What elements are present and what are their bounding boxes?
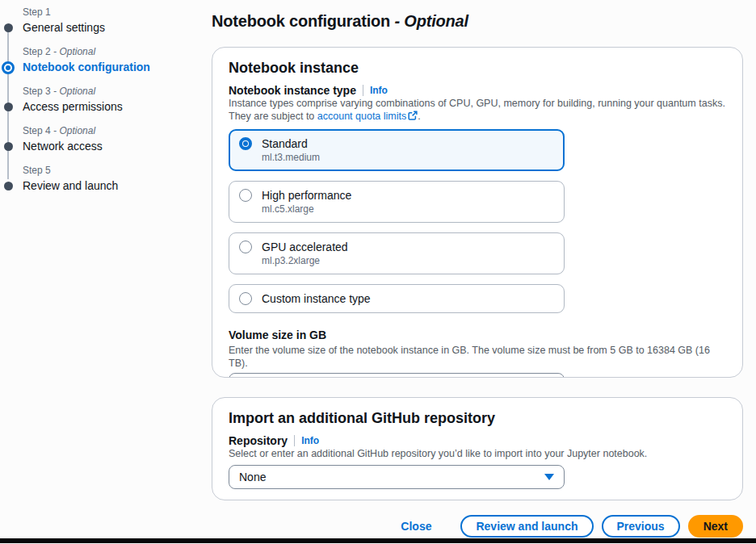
repository-description: Select or enter an additional GitHub rep… <box>229 447 726 460</box>
tile-sublabel: ml.p3.2xlarge <box>262 254 348 267</box>
notebook-instance-card: Notebook instance Notebook instance type… <box>212 47 743 378</box>
wizard-footer-actions: Close Review and launch Previous Next <box>212 515 743 538</box>
caret-down-icon <box>544 474 554 480</box>
step-number: Step 2 - Optional <box>23 46 212 58</box>
review-and-launch-button[interactable]: Review and launch <box>460 515 593 538</box>
radio-unselected-icon[interactable] <box>239 241 252 253</box>
tile-sublabel: ml.t3.medium <box>262 151 320 164</box>
radio-unselected-icon[interactable] <box>239 292 252 305</box>
volume-size-label: Volume size in GB <box>229 328 726 342</box>
instance-tile-standard[interactable]: Standard ml.t3.medium <box>229 129 565 171</box>
sidebar-step-general-settings[interactable]: Step 1 General settings <box>0 6 212 36</box>
tile-label: High performance <box>262 188 351 203</box>
instance-type-label-row: Notebook instance type Info <box>229 83 726 97</box>
step-number: Step 3 - Optional <box>23 86 212 98</box>
page-title: Notebook configuration - Optional <box>212 11 743 31</box>
step-label: Notebook configuration <box>23 59 212 75</box>
sidebar-step-network-access[interactable]: Step 4 - Optional Network access <box>0 125 212 154</box>
step-dot-icon <box>4 182 13 190</box>
repository-info-link[interactable]: Info <box>301 435 319 446</box>
step-number: Step 1 <box>23 6 212 19</box>
sidebar-step-review-and-launch[interactable]: Step 5 Review and launch <box>0 165 212 194</box>
instance-type-label: Notebook instance type <box>229 84 356 97</box>
github-repository-card: Import an additional GitHub repository R… <box>212 397 743 500</box>
repository-label-row: Repository Info <box>229 433 726 447</box>
repository-select[interactable]: None <box>229 465 565 489</box>
close-button[interactable]: Close <box>401 520 431 533</box>
tile-label: GPU accelerated <box>262 240 348 254</box>
instance-type-description: Instance types comprise varying combinat… <box>229 97 726 123</box>
tile-text: High performance ml.c5.xlarge <box>262 188 351 216</box>
tile-sublabel: ml.c5.xlarge <box>262 203 351 216</box>
bottom-bar <box>0 538 756 543</box>
tile-label: Custom instance type <box>262 291 371 306</box>
sidebar-step-notebook-configuration[interactable]: Step 2 - Optional Notebook configuration <box>0 46 212 75</box>
main-content: Notebook configuration - Optional Notebo… <box>212 0 743 538</box>
github-card-title: Import an additional GitHub repository <box>229 409 726 427</box>
volume-size-input[interactable] <box>229 373 565 378</box>
instance-tile-custom[interactable]: Custom instance type <box>229 284 565 313</box>
step-label: General settings <box>23 19 212 36</box>
repository-label: Repository <box>229 434 288 447</box>
step-dot-icon <box>4 23 13 32</box>
instance-tile-high-performance[interactable]: High performance ml.c5.xlarge <box>229 181 565 223</box>
sidebar-step-access-permissions[interactable]: Step 3 - Optional Access permissions <box>0 86 212 115</box>
instance-type-info-link[interactable]: Info <box>370 85 388 96</box>
step-dot-icon <box>4 103 13 111</box>
volume-size-description: Enter the volume size of the notebook in… <box>229 344 726 370</box>
next-button[interactable]: Next <box>688 515 743 538</box>
external-link-icon <box>408 111 418 120</box>
step-number: Step 4 - Optional <box>23 125 212 137</box>
radio-selected-icon[interactable] <box>239 137 252 150</box>
label-divider <box>294 435 295 446</box>
tile-text: GPU accelerated ml.p3.2xlarge <box>262 240 348 267</box>
label-divider <box>363 85 363 96</box>
step-label: Network access <box>23 138 212 154</box>
account-quota-limits-link[interactable]: account quota limits <box>317 111 418 122</box>
previous-button[interactable]: Previous <box>602 515 680 538</box>
step-dot-icon <box>4 142 13 151</box>
notebook-instance-card-title: Notebook instance <box>229 59 726 77</box>
page-title-optional-suffix: - Optional <box>395 12 468 30</box>
step-number: Step 5 <box>23 165 212 177</box>
step-dot-active-icon <box>2 61 15 74</box>
instance-tile-gpu-accelerated[interactable]: GPU accelerated ml.p3.2xlarge <box>229 232 565 274</box>
step-label: Access permissions <box>23 98 212 115</box>
radio-unselected-icon[interactable] <box>239 189 252 202</box>
wizard-step-nav: Step 1 General settings Step 2 - Optiona… <box>0 6 212 204</box>
instance-type-radio-group: Standard ml.t3.medium High performance m… <box>229 129 565 313</box>
volume-size-field: Volume size in GB Enter the volume size … <box>229 328 726 378</box>
tile-text: Custom instance type <box>262 291 371 306</box>
repository-selected-value: None <box>239 471 266 483</box>
tile-text: Standard ml.t3.medium <box>262 136 320 164</box>
step-label: Review and launch <box>23 178 212 194</box>
tile-label: Standard <box>262 136 320 151</box>
